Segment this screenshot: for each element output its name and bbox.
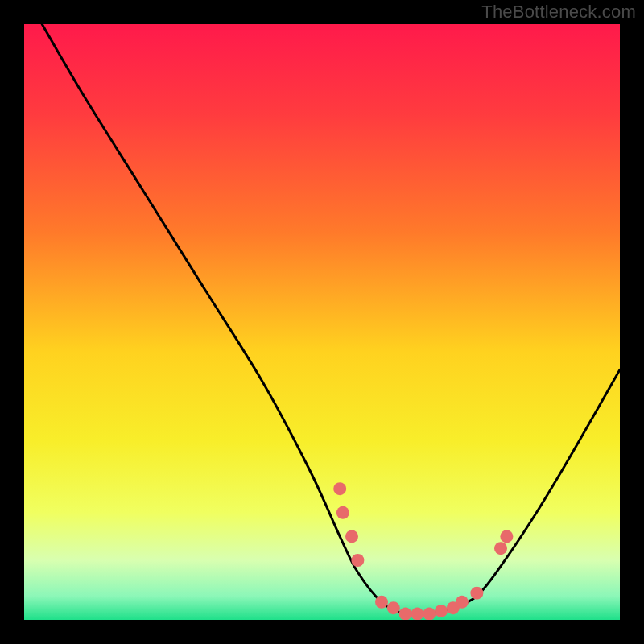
sample-point	[456, 596, 469, 609]
plot-background	[24, 24, 620, 620]
sample-point	[494, 542, 507, 555]
sample-point	[411, 608, 423, 621]
chart-frame: { "watermark": "TheBottleneck.com", "plo…	[0, 0, 644, 644]
sample-point	[351, 554, 364, 567]
sample-point	[336, 506, 349, 519]
sample-point	[387, 601, 400, 614]
watermark-text: TheBottleneck.com	[481, 2, 636, 23]
sample-point	[470, 587, 483, 600]
sample-point	[500, 530, 513, 543]
bottleneck-chart	[0, 0, 644, 644]
sample-point	[435, 605, 448, 617]
sample-point	[375, 596, 388, 609]
sample-point	[345, 530, 358, 543]
sample-point	[423, 608, 436, 621]
sample-point	[399, 608, 412, 621]
sample-point	[333, 482, 346, 495]
